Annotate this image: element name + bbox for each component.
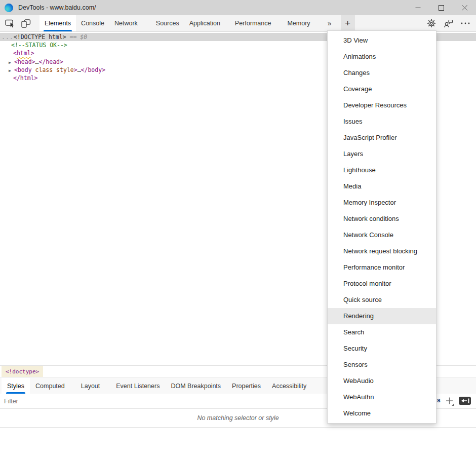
more-tabs-button[interactable]: » — [324, 15, 336, 31]
inspect-element-button[interactable] — [3, 15, 18, 31]
three-dots-icon — [461, 22, 470, 25]
double-chevron-icon: » — [328, 19, 332, 27]
inspect-cursor-icon — [5, 19, 16, 28]
menu-item-network-conditions[interactable]: Network conditions — [328, 211, 436, 227]
more-options-button[interactable] — [461, 22, 470, 25]
menu-item-search[interactable]: Search — [328, 324, 436, 340]
window-controls — [406, 0, 476, 15]
menu-item-media[interactable]: Media — [328, 178, 436, 195]
new-style-rule-button[interactable] — [444, 396, 455, 407]
menu-item-network-request-blocking[interactable]: Network request blocking — [328, 243, 436, 259]
tab-application[interactable]: Application — [184, 15, 225, 31]
window-title: DevTools - www.baidu.com/ — [18, 4, 96, 11]
tab-dom-breakpoints[interactable]: DOM Breakpoints — [165, 378, 226, 394]
menu-item-webauthn[interactable]: WebAuthn — [328, 389, 436, 405]
devtools-toolbar: Elements Console Network Sources Applica… — [0, 15, 476, 32]
dock-arrow-left-icon — [459, 397, 471, 405]
menu-item-issues[interactable]: Issues — [328, 113, 436, 130]
tab-event-listeners[interactable]: Event Listeners — [110, 378, 165, 394]
tab-layout[interactable]: Layout — [75, 378, 106, 394]
tab-elements[interactable]: Elements — [39, 15, 76, 31]
partially-hidden-cls-button[interactable]: s — [437, 397, 441, 404]
menu-item-animations[interactable]: Animations — [328, 49, 436, 65]
minimize-icon — [415, 5, 421, 11]
styles-filter-input[interactable] — [4, 396, 186, 407]
tab-network[interactable]: Network — [109, 15, 143, 31]
menu-item-layers[interactable]: Layers — [328, 146, 436, 162]
styles-section-divider — [0, 427, 476, 428]
plus-icon: + — [345, 18, 350, 29]
close-icon — [462, 5, 467, 11]
menu-item-lighthouse[interactable]: Lighthouse — [328, 162, 436, 178]
menu-item-welcome[interactable]: Welcome — [328, 405, 436, 422]
menu-item-rendering[interactable]: Rendering — [328, 308, 436, 324]
body-class-attribute: class — [32, 66, 53, 73]
menu-item-coverage[interactable]: Coverage — [328, 81, 436, 97]
maximize-icon — [439, 5, 444, 11]
gear-icon — [427, 19, 436, 28]
tab-styles[interactable]: Styles — [2, 378, 30, 394]
menu-item-protocol-monitor[interactable]: Protocol monitor — [328, 276, 436, 292]
device-toolbar-button[interactable] — [18, 15, 33, 31]
menu-item-performance-monitor[interactable]: Performance monitor — [328, 259, 436, 276]
menu-item-sensors[interactable]: Sensors — [328, 357, 436, 373]
menu-item-network-console[interactable]: Network Console — [328, 227, 436, 243]
html-tag-issue-underline: html — [17, 50, 31, 57]
menu-item-security[interactable]: Security — [328, 340, 436, 357]
settings-button[interactable] — [427, 19, 436, 28]
menu-item-developer-resources[interactable]: Developer Resources — [328, 97, 436, 113]
menu-item-javascript-profiler[interactable]: JavaScript Profiler — [328, 130, 436, 146]
person-feedback-icon — [444, 19, 453, 28]
maximize-button[interactable] — [429, 0, 453, 15]
more-tools-menu: 3D View Animations Changes Coverage Deve… — [327, 30, 437, 424]
device-emulation-icon — [20, 19, 31, 28]
feedback-button[interactable] — [444, 19, 453, 28]
toolbar-right-actions — [427, 15, 470, 31]
menu-item-webaudio[interactable]: WebAudio — [328, 373, 436, 389]
plus-with-caret-icon — [444, 396, 455, 407]
menu-item-3d-view[interactable]: 3D View — [328, 32, 436, 49]
tab-accessibility[interactable]: Accessibility — [266, 378, 312, 394]
close-button[interactable] — [453, 0, 476, 15]
tab-memory[interactable]: Memory — [282, 15, 315, 31]
panel-tabs: Elements Console Network Sources Applica… — [39, 15, 315, 31]
menu-item-quick-source[interactable]: Quick source — [328, 292, 436, 308]
breadcrumb-doctype[interactable]: <!doctype> — [2, 366, 43, 377]
tab-computed[interactable]: Computed — [30, 378, 70, 394]
menu-item-memory-inspector[interactable]: Memory Inspector — [328, 195, 436, 211]
row-gutter-dots: ... — [2, 33, 14, 41]
toggle-computed-sidebar-button[interactable] — [459, 397, 471, 405]
tab-console[interactable]: Console — [76, 15, 109, 31]
tab-sources[interactable]: Sources — [151, 15, 184, 31]
add-panel-button[interactable]: + — [341, 15, 355, 31]
tab-performance[interactable]: Performance — [230, 15, 276, 31]
body-style-attribute: style — [53, 66, 74, 73]
edge-logo-icon — [5, 4, 13, 12]
tab-properties[interactable]: Properties — [226, 378, 266, 394]
menu-item-changes[interactable]: Changes — [328, 65, 436, 81]
minimize-button[interactable] — [406, 0, 429, 15]
selected-node-annotation: == $0 — [66, 33, 88, 41]
titlebar: DevTools - www.baidu.com/ — [0, 0, 476, 15]
